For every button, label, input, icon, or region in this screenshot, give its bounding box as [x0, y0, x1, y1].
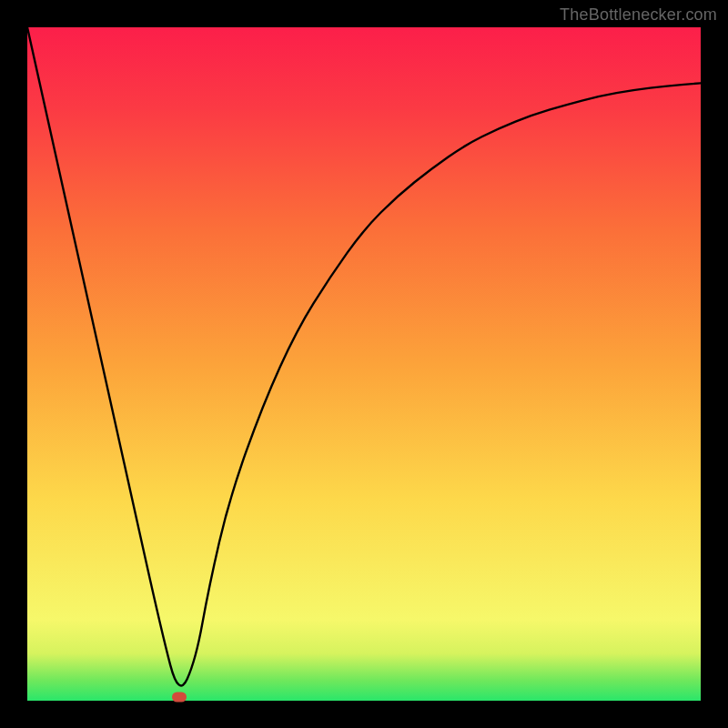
curve-svg: [27, 27, 701, 701]
optimal-point-marker: [172, 693, 187, 703]
bottleneck-curve: [27, 27, 701, 685]
source-link[interactable]: TheBottlenecker.com: [560, 5, 717, 25]
plot-area: [27, 27, 701, 701]
chart-frame: TheBottlenecker.com: [0, 0, 728, 728]
